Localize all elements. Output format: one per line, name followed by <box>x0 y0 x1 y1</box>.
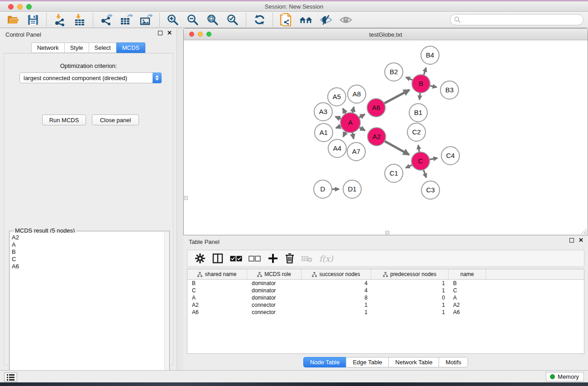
task-history-button[interactable] <box>4 372 17 382</box>
tab-edge-table[interactable]: Edge Table <box>346 357 388 367</box>
export-network-icon[interactable] <box>100 13 113 27</box>
cell-MCDS-role[interactable]: dominator <box>247 287 301 294</box>
cell-successor-nodes[interactable]: 4 <box>301 287 371 294</box>
zoom-selected-icon[interactable] <box>226 13 239 27</box>
edge-C-C2[interactable] <box>418 145 419 152</box>
first-neighbors-icon[interactable] <box>299 13 313 27</box>
zoom-fit-icon[interactable] <box>206 13 220 27</box>
tab-network-table[interactable]: Network Table <box>388 357 439 367</box>
tab-mcds[interactable]: MCDS <box>116 43 145 53</box>
delete-columns-icon[interactable] <box>285 252 295 265</box>
hide-graphics-details-icon[interactable] <box>319 13 333 27</box>
edge-A-A3[interactable] <box>335 117 341 119</box>
tab-network[interactable]: Network <box>31 43 64 53</box>
cell-name[interactable]: A6 <box>449 309 486 316</box>
tab-node-table[interactable]: Node Table <box>303 357 346 367</box>
cell-successor-nodes[interactable]: 1 <box>301 309 371 316</box>
open-session-icon[interactable] <box>6 13 20 27</box>
cell-predecessor-nodes[interactable]: 0 <box>371 294 449 301</box>
memory-button[interactable]: Memory <box>546 372 584 381</box>
mcds-result-item[interactable]: A6 <box>12 263 164 270</box>
cell-predecessor-nodes[interactable]: 1 <box>371 287 449 294</box>
edge-A-A5[interactable] <box>343 109 346 114</box>
column-header-MCDS-role[interactable]: MCDS role <box>247 269 301 279</box>
column-header-predecessor-nodes[interactable]: predecessor nodes <box>371 269 449 279</box>
cell-name[interactable]: B <box>449 280 486 287</box>
cell-shared-name[interactable]: B <box>187 280 247 287</box>
export-table-icon[interactable] <box>120 13 133 27</box>
cell-predecessor-nodes[interactable]: 1 <box>371 301 449 309</box>
edge-A-A7[interactable] <box>352 133 354 139</box>
mcds-result-item[interactable]: C <box>12 256 164 263</box>
edge-A-A8[interactable] <box>353 107 354 113</box>
cell-MCDS-role[interactable]: connector <box>247 301 301 309</box>
cell-shared-name[interactable]: A6 <box>187 309 247 316</box>
cell-shared-name[interactable]: A2 <box>187 301 247 309</box>
cell-shared-name[interactable]: C <box>187 287 247 294</box>
search-input[interactable] <box>450 14 583 25</box>
close-panel-icon[interactable]: ✕ <box>167 31 172 35</box>
import-network-icon[interactable] <box>53 13 67 27</box>
mcds-result-item[interactable]: A <box>12 241 164 248</box>
cell-successor-nodes[interactable]: 8 <box>301 294 371 301</box>
table-row[interactable]: A2connector11A2 <box>187 301 584 309</box>
cell-predecessor-nodes[interactable]: 1 <box>371 309 449 316</box>
network-canvas[interactable]: AA2A6BCA1A3A4A5A7A8B1B2B3B4C1C2C3C4DD1 <box>184 41 587 235</box>
cell-MCDS-role[interactable]: connector <box>247 309 301 316</box>
tab-select[interactable]: Select <box>89 43 116 53</box>
table-row[interactable]: Adominator80A <box>187 294 584 301</box>
edge-A-A1[interactable] <box>336 126 341 128</box>
edge-A-A4[interactable] <box>343 132 346 137</box>
close-panel-button[interactable]: Close panel <box>92 114 139 125</box>
show-eye-icon[interactable] <box>339 13 353 27</box>
edge-C-C4[interactable] <box>430 158 438 159</box>
cell-shared-name[interactable]: A <box>187 294 247 301</box>
edge-A-A2[interactable] <box>359 127 365 130</box>
cell-name[interactable]: C <box>449 287 486 294</box>
tab-motifs[interactable]: Motifs <box>439 357 468 367</box>
cell-predecessor-nodes[interactable]: 1 <box>371 280 449 287</box>
column-header-shared-name[interactable]: shared name <box>187 269 247 279</box>
close-table-panel-icon[interactable]: ✕ <box>578 238 583 243</box>
unselect-all-columns-icon[interactable] <box>249 252 261 265</box>
canvas-left-handle[interactable] <box>184 196 188 200</box>
tab-style[interactable]: Style <box>64 43 89 53</box>
network-window-titlebar[interactable]: testGlobe.txt <box>184 29 588 40</box>
split-panel-icon[interactable] <box>212 252 223 265</box>
export-image-icon[interactable] <box>139 13 153 27</box>
result-scrollbar[interactable] <box>164 232 168 382</box>
cell-MCDS-role[interactable]: dominator <box>247 280 301 287</box>
zoom-out-icon[interactable] <box>186 13 200 27</box>
mcds-result-item[interactable]: B <box>12 248 164 256</box>
float-table-panel-icon[interactable] <box>569 238 574 243</box>
import-table-icon[interactable] <box>73 13 86 27</box>
edge-C-C1[interactable] <box>406 165 412 168</box>
zoom-in-icon[interactable] <box>166 13 180 27</box>
mcds-result-item[interactable]: A2 <box>12 234 164 241</box>
cell-successor-nodes[interactable]: 1 <box>301 301 371 309</box>
edge-A-A6[interactable] <box>359 114 365 118</box>
cell-successor-nodes[interactable]: 4 <box>301 280 371 287</box>
cell-name[interactable]: A2 <box>449 301 486 309</box>
window-resize-grip[interactable] <box>581 228 587 234</box>
select-all-columns-icon[interactable] <box>230 252 242 265</box>
edge-B-B3[interactable] <box>430 86 437 87</box>
cell-name[interactable]: A <box>449 294 486 301</box>
edge-B-B1[interactable] <box>420 93 420 100</box>
optimization-criterion-select[interactable]: largest connected component (directed) <box>19 72 162 83</box>
run-mcds-button[interactable]: Run MCDS <box>42 114 86 125</box>
edge-A2-C[interactable] <box>384 141 409 155</box>
edge-B-B2[interactable] <box>406 77 413 81</box>
edge-C-C3[interactable] <box>424 170 426 178</box>
edge-B-B4[interactable] <box>424 68 426 75</box>
cell-MCDS-role[interactable]: dominator <box>247 294 301 301</box>
table-row[interactable]: Bdominator41B <box>187 280 584 287</box>
column-header-name[interactable]: name <box>449 269 486 279</box>
save-session-icon[interactable] <box>26 13 40 27</box>
add-column-icon[interactable] <box>268 252 278 265</box>
canvas-bottom-handle[interactable] <box>385 231 389 234</box>
clone-network-icon[interactable] <box>279 13 293 27</box>
table-row[interactable]: Cdominator41C <box>187 287 584 294</box>
edge-A6-B[interactable] <box>384 90 410 104</box>
table-row[interactable]: A6connector11A6 <box>187 309 584 316</box>
